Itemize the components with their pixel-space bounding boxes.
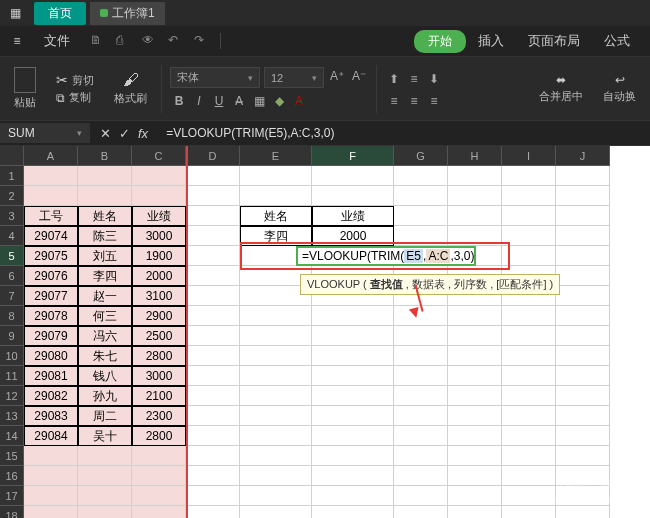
- cell[interactable]: [24, 186, 78, 206]
- cell[interactable]: [502, 186, 556, 206]
- cell[interactable]: [556, 306, 610, 326]
- cell[interactable]: [78, 446, 132, 466]
- cut-button[interactable]: ✂ 剪切: [50, 72, 100, 88]
- redo-icon[interactable]: ↷: [194, 33, 210, 49]
- cell[interactable]: [394, 166, 448, 186]
- cell[interactable]: [502, 226, 556, 246]
- preview-icon[interactable]: 👁: [142, 33, 158, 49]
- cell[interactable]: [240, 386, 312, 406]
- column-header[interactable]: F: [312, 146, 394, 166]
- cell[interactable]: 29082: [24, 386, 78, 406]
- cell[interactable]: [186, 306, 240, 326]
- column-header[interactable]: I: [502, 146, 556, 166]
- cell[interactable]: 29084: [24, 426, 78, 446]
- column-header[interactable]: B: [78, 146, 132, 166]
- cell[interactable]: [186, 326, 240, 346]
- cell[interactable]: 陈三: [78, 226, 132, 246]
- menu-page-layout[interactable]: 页面布局: [516, 32, 592, 50]
- cell[interactable]: [556, 406, 610, 426]
- menu-file[interactable]: 文件: [32, 32, 82, 50]
- cell[interactable]: [502, 306, 556, 326]
- cell[interactable]: [502, 426, 556, 446]
- cell[interactable]: 工号: [24, 206, 78, 226]
- italic-button[interactable]: I: [190, 92, 208, 110]
- cell[interactable]: [394, 326, 448, 346]
- save-icon[interactable]: 🗎: [90, 33, 106, 49]
- cell[interactable]: 吴十: [78, 426, 132, 446]
- align-middle-button[interactable]: ≡: [405, 70, 423, 88]
- formula-input[interactable]: =VLOOKUP(TRIM(E5),A:C,3,0): [158, 123, 650, 143]
- row-header[interactable]: 16: [0, 466, 24, 486]
- cell[interactable]: [312, 306, 394, 326]
- cell[interactable]: [502, 366, 556, 386]
- cell[interactable]: [312, 506, 394, 518]
- cell[interactable]: [312, 186, 394, 206]
- cell[interactable]: [556, 226, 610, 246]
- cell[interactable]: [312, 166, 394, 186]
- cell[interactable]: 孙九: [78, 386, 132, 406]
- cell[interactable]: 姓名: [78, 206, 132, 226]
- cell[interactable]: [448, 206, 502, 226]
- cell[interactable]: [394, 406, 448, 426]
- cell[interactable]: [312, 366, 394, 386]
- cell[interactable]: [132, 186, 186, 206]
- cell[interactable]: [186, 166, 240, 186]
- cell[interactable]: [78, 506, 132, 518]
- cell[interactable]: [186, 366, 240, 386]
- cell[interactable]: [394, 426, 448, 446]
- cell[interactable]: [556, 346, 610, 366]
- cell[interactable]: [448, 446, 502, 466]
- cell[interactable]: 29075: [24, 246, 78, 266]
- cell[interactable]: [556, 186, 610, 206]
- cell[interactable]: [186, 206, 240, 226]
- cell[interactable]: [78, 166, 132, 186]
- sheet-area[interactable]: ABCDEFGHIJ 123456789101112131415161718 工…: [0, 146, 650, 518]
- cell[interactable]: [186, 386, 240, 406]
- cell[interactable]: 2000: [132, 266, 186, 286]
- cell[interactable]: [502, 346, 556, 366]
- cell[interactable]: [240, 466, 312, 486]
- cell[interactable]: [186, 406, 240, 426]
- cell[interactable]: [240, 506, 312, 518]
- row-header[interactable]: 1: [0, 166, 24, 186]
- cell[interactable]: [78, 486, 132, 506]
- cell[interactable]: 2300: [132, 406, 186, 426]
- cell[interactable]: [556, 286, 610, 306]
- cell[interactable]: [186, 506, 240, 518]
- cell[interactable]: [132, 486, 186, 506]
- cell[interactable]: [502, 326, 556, 346]
- cell[interactable]: [502, 486, 556, 506]
- row-header[interactable]: 10: [0, 346, 24, 366]
- cell[interactable]: 周二: [78, 406, 132, 426]
- cell[interactable]: 29077: [24, 286, 78, 306]
- column-header[interactable]: H: [448, 146, 502, 166]
- font-size-combo[interactable]: 12 ▾: [264, 67, 324, 88]
- cell[interactable]: 29083: [24, 406, 78, 426]
- row-header[interactable]: 18: [0, 506, 24, 518]
- cell[interactable]: 1900: [132, 246, 186, 266]
- cell[interactable]: [186, 246, 240, 266]
- cell[interactable]: [502, 506, 556, 518]
- cell[interactable]: [186, 266, 240, 286]
- cell[interactable]: [132, 166, 186, 186]
- cell[interactable]: [240, 366, 312, 386]
- column-header[interactable]: J: [556, 146, 610, 166]
- cell-edit-overlay[interactable]: =VLOOKUP(TRIM( E5 , A:C ,3,0): [296, 246, 476, 266]
- column-header[interactable]: E: [240, 146, 312, 166]
- row-header[interactable]: 7: [0, 286, 24, 306]
- cell[interactable]: [186, 186, 240, 206]
- fill-button[interactable]: ◆: [270, 92, 288, 110]
- cell[interactable]: [312, 386, 394, 406]
- cell[interactable]: 29081: [24, 366, 78, 386]
- align-top-button[interactable]: ⬆: [385, 70, 403, 88]
- row-header[interactable]: 8: [0, 306, 24, 326]
- align-left-button[interactable]: ≡: [385, 92, 403, 110]
- cell[interactable]: [312, 446, 394, 466]
- row-header[interactable]: 3: [0, 206, 24, 226]
- cell[interactable]: 3100: [132, 286, 186, 306]
- cell[interactable]: [312, 486, 394, 506]
- cell[interactable]: [186, 286, 240, 306]
- undo-icon[interactable]: ↶: [168, 33, 184, 49]
- cell[interactable]: 29076: [24, 266, 78, 286]
- cell[interactable]: [394, 506, 448, 518]
